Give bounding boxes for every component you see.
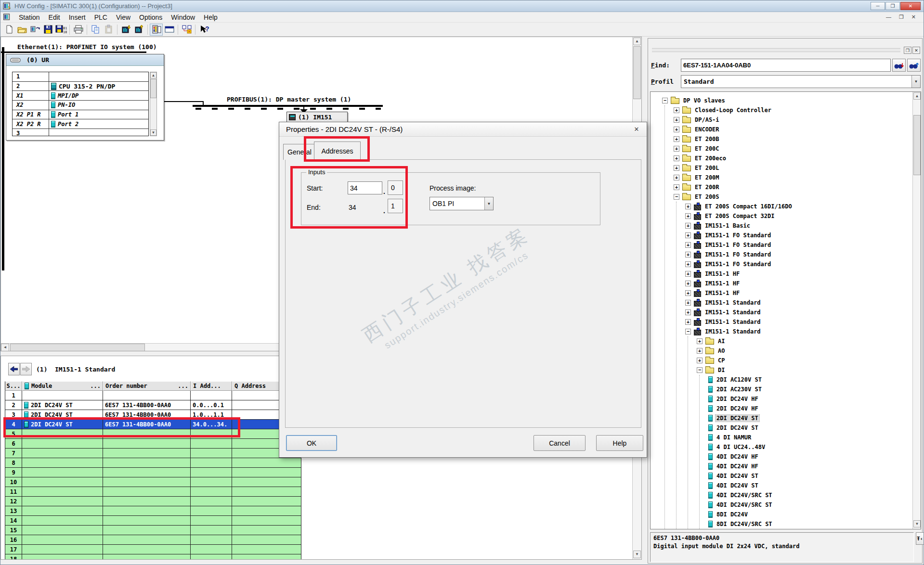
expand-icon[interactable]: + [674, 117, 679, 123]
expand-icon[interactable]: + [674, 155, 679, 161]
menu-plc[interactable]: PLC [90, 13, 112, 22]
expand-icon[interactable]: + [685, 213, 691, 219]
dropdown-arrow-icon[interactable]: ▼ [911, 76, 920, 88]
table-row[interactable]: 7 [5, 449, 301, 458]
expand-icon[interactable]: + [697, 338, 703, 344]
rack-slot-row[interactable]: X2PN-IO [13, 101, 148, 110]
expand-icon[interactable]: + [685, 271, 691, 277]
copy-button[interactable] [89, 24, 102, 36]
scroll-down-icon[interactable]: ▼ [150, 129, 156, 136]
upload-from-module-button[interactable] [132, 24, 145, 36]
rack-slot-row[interactable]: 1 [13, 72, 148, 82]
panel-close-button[interactable]: ✕ [912, 47, 920, 54]
catalog-vscrollbar[interactable]: ▲ ▼ [912, 92, 921, 529]
tree-item[interactable]: 4DI DC24V HF [651, 452, 911, 462]
expand-icon[interactable]: + [674, 127, 679, 132]
menu-help[interactable]: Help [199, 13, 222, 22]
panel-grip[interactable] [652, 48, 900, 50]
tree-item[interactable]: 2DI DC24V ST [651, 423, 911, 433]
expand-icon[interactable]: + [674, 107, 679, 113]
close-button[interactable]: ✕ [900, 2, 921, 10]
save-compile-button[interactable]: 0110 [54, 24, 67, 36]
table-row[interactable]: 8 [5, 458, 301, 468]
table-row[interactable]: 12 [5, 497, 301, 506]
scroll-down-icon[interactable]: ▼ [633, 551, 641, 558]
cancel-button[interactable]: Cancel [534, 435, 586, 451]
tree-item[interactable]: +DP/AS-i [651, 115, 911, 125]
expand-icon[interactable]: + [685, 252, 691, 257]
column-header-i-address[interactable]: I Add... [191, 381, 232, 391]
tree-item[interactable]: 2DI DC24V ST [651, 413, 911, 423]
expand-icon[interactable]: + [674, 165, 679, 171]
tree-item[interactable]: +ET 200L [651, 163, 911, 173]
expand-icon[interactable]: + [685, 261, 691, 267]
tree-item[interactable]: 8DI DC24V [651, 510, 911, 519]
table-row[interactable]: 16 [5, 535, 301, 545]
tree-item[interactable]: 4DI DC24V/SRC ST [651, 490, 911, 500]
collapse-icon[interactable]: − [662, 98, 668, 103]
scroll-up-icon[interactable]: ▲ [150, 72, 156, 78]
mdi-close-icon[interactable]: ✕ [908, 14, 920, 20]
dropdown-arrow-icon[interactable]: ▼ [484, 197, 493, 210]
tree-item[interactable]: −DI [651, 365, 911, 375]
tree-item[interactable]: +IM151-1 FO Standard [651, 231, 911, 240]
tree-item[interactable]: + [651, 529, 911, 529]
table-row[interactable]: 22DI DC24V ST6ES7 131-4BB00-0AA00.0...0.… [5, 400, 301, 410]
tree-item[interactable]: +AI [651, 336, 911, 346]
panel-restore-button[interactable]: ❐ [904, 47, 911, 54]
tree-item[interactable]: +IM151-1 FO Standard [651, 250, 911, 259]
expand-icon[interactable]: + [674, 136, 679, 142]
expand-icon[interactable]: + [685, 309, 691, 315]
download-to-module-button[interactable] [119, 24, 132, 36]
expand-icon[interactable]: + [697, 348, 703, 354]
tree-item[interactable]: 2DI AC230V ST [651, 385, 911, 394]
tree-item[interactable]: +ET 200eco [651, 154, 911, 163]
scroll-up-icon[interactable]: ▲ [633, 38, 641, 45]
tree-item[interactable]: +IM151-1 Basic [651, 221, 911, 231]
find-down-button[interactable] [892, 59, 906, 72]
table-row[interactable]: 18 [5, 554, 301, 560]
expand-icon[interactable]: + [685, 319, 691, 325]
rack-scrollbar[interactable]: ▲ ▼ [150, 72, 157, 136]
tree-item[interactable]: +IM151-1 Standard [651, 298, 911, 308]
tree-item[interactable]: −IM151-1 Standard [651, 327, 911, 336]
print-button[interactable] [72, 24, 85, 36]
dialog-close-button[interactable]: ✕ [631, 125, 642, 134]
scrollbar-thumb[interactable] [633, 46, 641, 99]
tree-item[interactable]: 2DI DC24V HF [651, 404, 911, 413]
minimize-button[interactable]: ─ [871, 2, 885, 10]
menu-window[interactable]: Window [167, 13, 199, 22]
help-button[interactable]: ? [197, 24, 210, 36]
help-button[interactable]: Help [596, 435, 643, 451]
window-toggle-button[interactable] [163, 24, 176, 36]
tree-item[interactable]: +ENCODER [651, 125, 911, 134]
table-row[interactable]: 1 [5, 391, 301, 400]
scroll-up-icon[interactable]: ▲ [913, 92, 921, 100]
tree-item[interactable]: +ET 200C [651, 144, 911, 154]
tree-item[interactable]: +IM151-1 HF [651, 288, 911, 298]
tree-item[interactable]: +CP [651, 356, 911, 365]
table-row[interactable]: 17 [5, 545, 301, 554]
tree-item[interactable]: +ET 200M [651, 173, 911, 182]
nav-forward-button[interactable] [20, 363, 32, 375]
table-row[interactable]: 10 [5, 477, 301, 487]
panel-grip[interactable] [652, 51, 900, 52]
tab-addresses[interactable]: Addresses [314, 141, 361, 160]
expand-icon[interactable]: + [685, 281, 691, 286]
tree-item[interactable]: +IM151-1 Standard [651, 317, 911, 327]
tree-item[interactable]: +IM151-1 FO Standard [651, 240, 911, 250]
tree-item[interactable]: 4 DI NAMUR [651, 433, 911, 442]
table-row[interactable]: 32DI DC24V ST6ES7 131-4BB00-0AA01.0...1.… [5, 410, 301, 420]
menu-insert[interactable]: Insert [65, 13, 90, 22]
find-up-button[interactable] [907, 59, 921, 72]
table-row[interactable]: 9 [5, 468, 301, 477]
tree-item[interactable]: 2DI DC24V HF [651, 394, 911, 404]
mdi-minimize-icon[interactable]: — [882, 14, 895, 20]
tree-item[interactable]: 4 DI UC24..48V [651, 442, 911, 452]
mdi-restore-icon[interactable]: ❐ [895, 14, 908, 20]
expand-icon[interactable]: + [685, 223, 691, 229]
tree-item[interactable]: 2DI AC120V ST [651, 375, 911, 385]
open-station-button[interactable] [15, 24, 28, 36]
tree-item[interactable]: +IM151-1 HF [651, 279, 911, 288]
expand-icon[interactable]: + [685, 300, 691, 306]
